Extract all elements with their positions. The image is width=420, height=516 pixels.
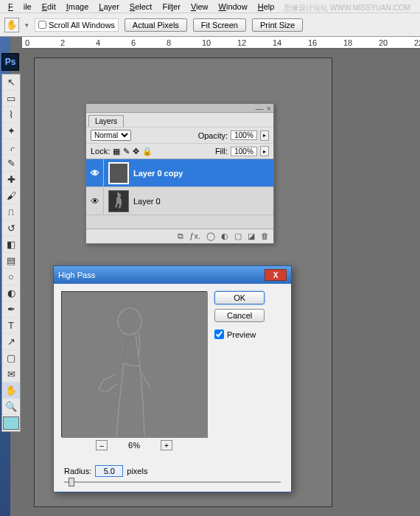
radius-slider[interactable] bbox=[64, 481, 281, 483]
cancel-button[interactable]: Cancel bbox=[214, 309, 265, 322]
panel-titlebar[interactable]: —× bbox=[86, 104, 273, 113]
group-icon[interactable]: ▢ bbox=[234, 231, 242, 241]
preview-label: Preview bbox=[227, 330, 256, 339]
type-tool[interactable]: T bbox=[2, 318, 20, 334]
lock-move-icon[interactable]: ✥ bbox=[133, 147, 139, 156]
mask-icon[interactable]: ◯ bbox=[206, 231, 215, 241]
heal-tool[interactable]: ✚ bbox=[2, 172, 20, 188]
ok-button[interactable]: OK bbox=[214, 291, 265, 304]
preview-checkbox[interactable]: Preview bbox=[214, 330, 265, 339]
lock-label: Lock: bbox=[91, 147, 110, 156]
menu-window[interactable]: Window bbox=[214, 1, 253, 13]
layers-tab[interactable]: Layers bbox=[88, 115, 124, 127]
radius-unit: pixels bbox=[127, 467, 147, 475]
menu-select[interactable]: Select bbox=[125, 1, 158, 13]
layer-item[interactable]: 👁 Layer 0 copy bbox=[86, 159, 273, 187]
zoom-out-button[interactable]: – bbox=[96, 440, 108, 450]
ps-logo: Ps bbox=[1, 53, 19, 71]
radius-label: Radius: bbox=[64, 467, 91, 475]
shape-tool[interactable]: ▢ bbox=[2, 350, 20, 366]
fx-icon[interactable]: ƒx. bbox=[189, 231, 200, 241]
scroll-all-label: Scroll All Windows bbox=[49, 21, 115, 29]
layers-panel: —× Layers Normal Opacity: 100% ▸ Lock: ▦… bbox=[85, 103, 274, 244]
menu-filter[interactable]: Filter bbox=[157, 1, 185, 13]
preview-check[interactable] bbox=[214, 330, 224, 339]
hand-tool[interactable]: ✋ bbox=[2, 383, 20, 399]
minimize-icon[interactable]: — bbox=[256, 104, 264, 113]
lock-paint-icon[interactable]: ✎ bbox=[123, 147, 130, 156]
zoom-in-button[interactable]: + bbox=[161, 440, 172, 450]
new-layer-icon[interactable]: ◪ bbox=[248, 231, 255, 241]
fill-label: Fill: bbox=[215, 147, 228, 156]
lasso-tool[interactable]: ⌇ bbox=[2, 107, 20, 123]
scroll-all-windows-checkbox[interactable]: Scroll All Windows bbox=[35, 18, 119, 32]
menu-edit[interactable]: Edit bbox=[37, 1, 61, 13]
notes-tool[interactable]: ✉ bbox=[2, 366, 20, 383]
wand-tool[interactable]: ✦ bbox=[2, 123, 20, 139]
marquee-tool[interactable]: ▭ bbox=[2, 91, 20, 107]
visibility-icon[interactable]: 👁 bbox=[86, 159, 104, 186]
dialog-titlebar[interactable]: High Pass X bbox=[54, 266, 291, 284]
foreground-swatch[interactable] bbox=[3, 416, 19, 430]
crop-tool[interactable]: ⌌ bbox=[2, 139, 20, 156]
fill-input[interactable]: 100% bbox=[231, 147, 257, 156]
fill-arrow[interactable]: ▸ bbox=[260, 146, 269, 156]
ruler-horizontal: 0 2 4 6 8 10 12 14 16 18 20 22 bbox=[22, 37, 420, 49]
layer-thumb[interactable] bbox=[108, 162, 129, 184]
layer-item[interactable]: 👁 Layer 0 bbox=[86, 187, 273, 215]
opacity-arrow[interactable]: ▸ bbox=[260, 130, 269, 141]
menu-bar: File Edit Image Layer Select Filter View… bbox=[0, 0, 420, 13]
dodge-tool[interactable]: ◐ bbox=[2, 285, 20, 301]
visibility-icon[interactable]: 👁 bbox=[86, 187, 104, 215]
trash-icon[interactable]: 🗑 bbox=[261, 231, 269, 241]
layer-name[interactable]: Layer 0 bbox=[133, 197, 161, 206]
zoom-tool[interactable]: 🔍 bbox=[2, 399, 20, 415]
close-button[interactable]: X bbox=[265, 269, 287, 281]
brush-tool[interactable]: 🖌 bbox=[2, 188, 20, 204]
menu-view[interactable]: View bbox=[186, 1, 214, 13]
scroll-all-check[interactable] bbox=[38, 21, 46, 29]
lock-all-icon[interactable]: 🔒 bbox=[142, 147, 153, 156]
menu-layer[interactable]: Layer bbox=[94, 1, 125, 13]
menu-file[interactable]: File bbox=[3, 1, 37, 13]
watermark: 思缘设计论坛 WWW.MISSYUAN.COM bbox=[279, 1, 416, 15]
zoom-value: 6% bbox=[128, 441, 140, 450]
menu-image[interactable]: Image bbox=[61, 1, 94, 13]
gradient-tool[interactable]: ▤ bbox=[2, 253, 20, 269]
menu-help[interactable]: Help bbox=[253, 1, 280, 13]
adjustment-icon[interactable]: ◐ bbox=[221, 231, 228, 241]
lock-trans-icon[interactable]: ▦ bbox=[113, 147, 120, 156]
layer-name[interactable]: Layer 0 copy bbox=[133, 169, 183, 178]
radius-input[interactable] bbox=[95, 465, 123, 477]
path-tool[interactable]: ↗ bbox=[2, 334, 20, 350]
toolbox: ↖ ▭ ⌇ ✦ ⌌ ✎ ✚ 🖌 ⎍ ↺ ◧ ▤ ○ ◐ ✒ T ↗ ▢ ✉ ✋ … bbox=[1, 74, 21, 432]
blur-tool[interactable]: ○ bbox=[2, 269, 20, 285]
print-size-button[interactable]: Print Size bbox=[252, 18, 303, 32]
close-icon[interactable]: × bbox=[267, 104, 271, 113]
high-pass-dialog: High Pass X bbox=[53, 265, 292, 492]
filter-preview[interactable] bbox=[61, 291, 207, 437]
stamp-tool[interactable]: ⎍ bbox=[2, 204, 20, 220]
blend-mode-select[interactable]: Normal bbox=[91, 130, 131, 141]
move-tool[interactable]: ↖ bbox=[2, 74, 20, 91]
history-brush-tool[interactable]: ↺ bbox=[2, 220, 20, 237]
link-icon[interactable]: ⧉ bbox=[178, 231, 183, 241]
eyedropper-tool[interactable]: ✎ bbox=[2, 156, 20, 172]
svg-rect-0 bbox=[62, 292, 208, 438]
slider-knob[interactable] bbox=[69, 478, 74, 487]
eraser-tool[interactable]: ◧ bbox=[2, 237, 20, 253]
options-bar: ✋ ▾ Scroll All Windows Actual Pixels Fit… bbox=[0, 13, 420, 37]
layer-thumb[interactable] bbox=[108, 190, 129, 212]
fit-screen-button[interactable]: Fit Screen bbox=[193, 18, 246, 32]
hand-tool-icon[interactable]: ✋ bbox=[4, 18, 19, 32]
opacity-input[interactable]: 100% bbox=[231, 130, 257, 140]
opacity-label: Opacity: bbox=[198, 131, 228, 140]
pen-tool[interactable]: ✒ bbox=[2, 301, 20, 318]
tool-preset-arrow[interactable]: ▾ bbox=[25, 21, 29, 29]
actual-pixels-button[interactable]: Actual Pixels bbox=[125, 18, 187, 32]
dialog-title: High Pass bbox=[58, 271, 95, 279]
